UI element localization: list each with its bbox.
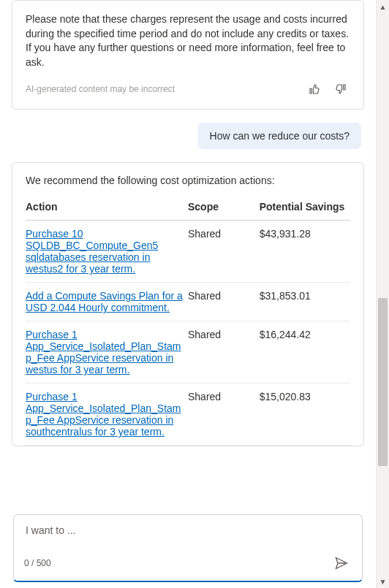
table-row: Purchase 1 App_Service_Isolated_Plan_Sta…: [26, 383, 350, 446]
thumbs-down-icon: [334, 83, 347, 96]
scroll-down-arrow-icon[interactable]: ▼: [377, 575, 389, 588]
action-link[interactable]: Add a Compute Savings Plan for a USD 2.0…: [26, 290, 183, 313]
thumbs-down-button[interactable]: [331, 80, 350, 99]
scope-cell: Shared: [188, 221, 260, 283]
action-link[interactable]: Purchase 1 App_Service_Isolated_Plan_Sta…: [26, 329, 181, 375]
recommendation-table: Action Scope Potential Savings Purchase …: [26, 196, 350, 446]
column-header-action: Action: [26, 196, 188, 221]
char-count: 0 / 500: [24, 558, 331, 568]
column-header-scope: Scope: [188, 196, 260, 221]
scope-cell: Shared: [188, 383, 260, 446]
message-composer: 0 / 500: [13, 514, 363, 582]
table-row: Purchase 10 SQLDB_BC_Compute_Gen5 sqldat…: [26, 221, 350, 283]
savings-cell: $43,931.28: [260, 221, 350, 283]
scroll-up-arrow-icon[interactable]: ▲: [377, 0, 389, 13]
assistant-note-text: Please note that these charges represent…: [26, 12, 350, 69]
recommendation-card: We recommend the following cost optimiza…: [12, 162, 364, 446]
message-input[interactable]: [24, 524, 352, 537]
user-message-row: How can we reduce our costs?: [15, 123, 361, 149]
thumbs-up-icon: [308, 83, 321, 96]
savings-cell: $31,853.01: [260, 283, 350, 321]
user-message-bubble: How can we reduce our costs?: [198, 123, 361, 149]
savings-cell: $16,244.42: [260, 321, 350, 383]
send-icon: [334, 556, 349, 570]
ai-disclaimer-text: AI-generated content may be incorrect: [26, 84, 298, 94]
vertical-scrollbar[interactable]: ▲ ▼: [376, 0, 389, 588]
recommendation-intro: We recommend the following cost optimiza…: [26, 175, 350, 186]
scrollbar-track[interactable]: [377, 13, 389, 575]
thumbs-up-button[interactable]: [305, 80, 324, 99]
chat-scroll-area[interactable]: Please note that these charges represent…: [6, 0, 370, 508]
scope-cell: Shared: [188, 283, 260, 321]
send-button[interactable]: [331, 553, 352, 573]
table-row: Add a Compute Savings Plan for a USD 2.0…: [26, 283, 350, 321]
action-link[interactable]: Purchase 10 SQLDB_BC_Compute_Gen5 sqldat…: [26, 228, 158, 275]
assistant-message-card: Please note that these charges represent…: [12, 0, 364, 110]
table-row: Purchase 1 App_Service_Isolated_Plan_Sta…: [26, 321, 350, 383]
scrollbar-thumb[interactable]: [378, 298, 388, 466]
column-header-savings: Potential Savings: [260, 196, 350, 221]
action-link[interactable]: Purchase 1 App_Service_Isolated_Plan_Sta…: [26, 391, 181, 438]
scope-cell: Shared: [188, 321, 260, 383]
savings-cell: $15,020.83: [260, 383, 350, 446]
